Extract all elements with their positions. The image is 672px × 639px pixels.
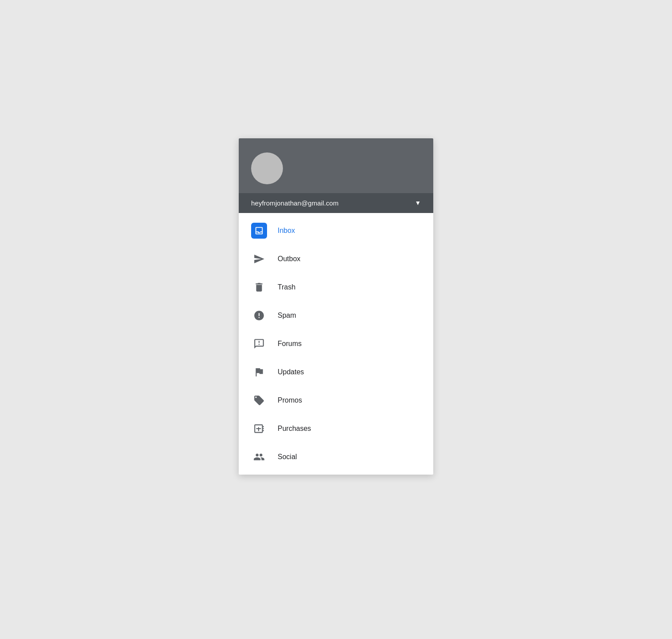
nav-list: Inbox Outbox Trash <box>239 213 433 475</box>
sidebar-item-updates-label: Updates <box>278 368 304 376</box>
drawer-header <box>239 138 433 193</box>
chevron-down-icon: ▼ <box>415 199 421 206</box>
sidebar-item-updates[interactable]: Updates <box>239 358 433 386</box>
purchases-icon <box>251 421 267 437</box>
sidebar-item-trash-label: Trash <box>278 283 295 291</box>
sidebar-item-forums-label: Forums <box>278 340 302 348</box>
trash-icon <box>251 279 267 295</box>
sidebar-item-outbox-label: Outbox <box>278 255 301 263</box>
sidebar-item-promos[interactable]: Promos <box>239 386 433 415</box>
sidebar-item-outbox[interactable]: Outbox <box>239 245 433 273</box>
social-icon <box>251 449 267 465</box>
avatar <box>251 152 283 184</box>
sidebar-item-purchases-label: Purchases <box>278 425 311 433</box>
forums-icon <box>251 336 267 352</box>
account-email: heyfromjonathan@gmail.com <box>251 199 339 207</box>
outbox-icon <box>251 251 267 267</box>
spam-icon <box>251 308 267 323</box>
sidebar-item-inbox-label: Inbox <box>278 227 295 235</box>
drawer: heyfromjonathan@gmail.com ▼ Inbox Outbox <box>239 138 433 475</box>
sidebar-item-forums[interactable]: Forums <box>239 330 433 358</box>
avatar-area <box>251 152 421 193</box>
sidebar-item-spam-label: Spam <box>278 312 296 320</box>
sidebar-item-social[interactable]: Social <box>239 443 433 471</box>
sidebar-item-social-label: Social <box>278 453 297 461</box>
sidebar-item-promos-label: Promos <box>278 396 302 404</box>
sidebar-item-spam[interactable]: Spam <box>239 301 433 330</box>
promos-icon <box>251 392 267 408</box>
sidebar-item-inbox[interactable]: Inbox <box>239 217 433 245</box>
sidebar-item-trash[interactable]: Trash <box>239 273 433 301</box>
sidebar-item-purchases[interactable]: Purchases <box>239 415 433 443</box>
updates-icon <box>251 364 267 380</box>
inbox-icon <box>251 223 267 239</box>
account-bar[interactable]: heyfromjonathan@gmail.com ▼ <box>239 193 433 213</box>
